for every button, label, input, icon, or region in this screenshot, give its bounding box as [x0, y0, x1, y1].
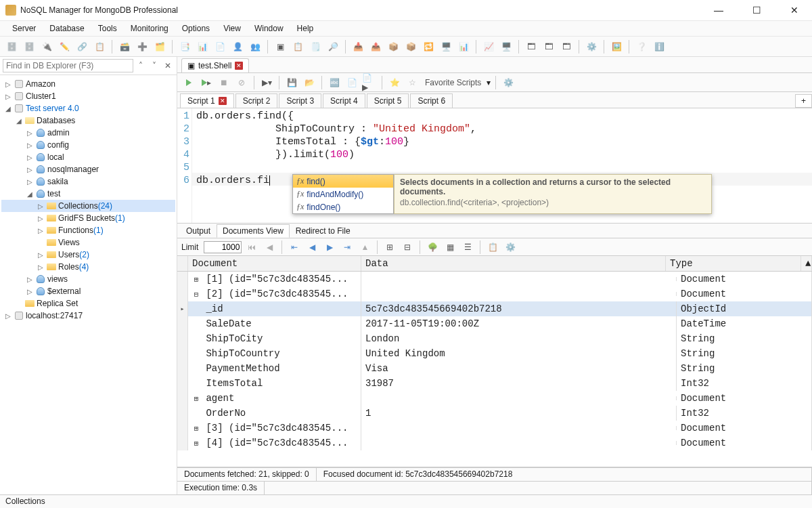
close-button[interactable]: ✕	[782, 5, 807, 16]
gear-icon[interactable]: ⚙️	[503, 240, 518, 255]
col-type[interactable]: Type	[666, 256, 801, 271]
tree-item[interactable]: ▷config	[1, 139, 175, 151]
expand-icon[interactable]: ⊞	[382, 240, 397, 255]
output-tab-output[interactable]: Output	[180, 224, 217, 238]
tb-icon[interactable]: 📊	[195, 39, 210, 54]
menu-monitoring[interactable]: Monitoring	[124, 22, 175, 35]
page-next-icon[interactable]: ▶	[322, 240, 337, 255]
nav-first-icon[interactable]: ⏮	[244, 240, 259, 255]
tb-icon[interactable]: 🗄️	[4, 39, 19, 54]
chevron-down-icon[interactable]: ▾	[487, 78, 491, 87]
nav-up-icon[interactable]: ▲	[357, 240, 372, 255]
tree-item[interactable]: ▷local	[1, 151, 175, 163]
tb-icon[interactable]: 📄	[212, 39, 227, 54]
tb-icon[interactable]: 🔌	[39, 39, 54, 54]
menu-tools[interactable]: Tools	[91, 22, 124, 35]
tb-icon[interactable]: 🗔	[524, 39, 539, 54]
script-icon[interactable]: 📄	[344, 75, 359, 90]
tb-icon[interactable]: 🗒️	[308, 39, 323, 54]
script-tab-2[interactable]: Script 2	[235, 93, 278, 108]
minimize-button[interactable]: —	[706, 5, 731, 16]
tb-shell-icon[interactable]: ▣	[273, 39, 288, 54]
page-last-icon[interactable]: ⇥	[340, 240, 355, 255]
tree-item[interactable]: ▷admin	[1, 127, 175, 139]
copy-icon[interactable]: 📋	[485, 240, 500, 255]
page-first-icon[interactable]: ⇤	[287, 240, 302, 255]
tree-item[interactable]: ▷localhost:27417	[1, 310, 175, 322]
tree-item[interactable]: ▷$external	[1, 285, 175, 297]
tb-icon[interactable]: 🔗	[74, 39, 89, 54]
star-icon[interactable]: ⭐	[387, 75, 402, 90]
menu-help[interactable]: Help	[290, 22, 321, 35]
run-sel-icon[interactable]: ▸	[199, 75, 214, 90]
table-row[interactable]: ⊟ [2] (id="5c7c3dc483545...Document	[177, 287, 812, 301]
tb-icon[interactable]: 📋	[92, 39, 107, 54]
tb-icon[interactable]: 🖥️	[438, 39, 453, 54]
favorite-scripts-label[interactable]: Favorite Scripts	[422, 78, 484, 87]
menu-options[interactable]: Options	[175, 22, 217, 35]
table-row[interactable]: SaleDate2017-11-05T19:00:00ZDateTime	[177, 316, 812, 331]
menu-server[interactable]: Server	[5, 22, 43, 35]
script-tab-5[interactable]: Script 5	[367, 93, 409, 108]
table-row[interactable]: PaymentMethodVisaString	[177, 361, 812, 376]
tb-icon[interactable]: 📋	[290, 39, 305, 54]
save-icon[interactable]: 💾	[284, 75, 299, 90]
tree-item[interactable]: ▷Users (2)	[1, 249, 175, 261]
tree-item[interactable]: ▷sakila	[1, 175, 175, 188]
view-table-icon[interactable]: ▦	[443, 240, 457, 255]
search-input[interactable]	[3, 59, 133, 72]
stop-icon[interactable]: ⏹	[217, 75, 231, 90]
tb-icon[interactable]: 📑	[177, 39, 192, 54]
tree-item[interactable]: ▷Amazon	[1, 78, 175, 90]
tb-icon[interactable]: 🗃️	[117, 39, 132, 54]
table-row[interactable]: ⊞ [1] (id="5c7c3dc483545...Document	[177, 272, 812, 287]
tree-item[interactable]: ▷GridFS Buckets (1)	[1, 212, 175, 224]
info-icon[interactable]: ℹ️	[652, 39, 667, 54]
help-icon[interactable]: ❔	[634, 39, 649, 54]
tb-icon[interactable]: 🗔	[541, 39, 556, 54]
tree-item[interactable]: ▷Cluster1	[1, 90, 175, 102]
autocomplete-item[interactable]: ƒxfindOne()	[293, 200, 393, 213]
tb-icon[interactable]: 📦	[386, 39, 401, 54]
grid-body[interactable]: ⊞ [1] (id="5c7c3dc483545...Document⊟ [2]…	[177, 272, 812, 467]
tree-item[interactable]: ◢Databases	[1, 114, 175, 127]
output-tab-redirect[interactable]: Redirect to File	[290, 224, 357, 238]
tb-icon[interactable]: 📈	[481, 39, 496, 54]
view-text-icon[interactable]: ☰	[460, 240, 475, 255]
tb-icon[interactable]: 🖥️	[499, 39, 514, 54]
tb-icon[interactable]: 📊	[456, 39, 471, 54]
tb-icon[interactable]: 🖼️	[609, 39, 624, 54]
view-tree-icon[interactable]: 🌳	[425, 240, 440, 255]
autocomplete-list[interactable]: ƒxfind() ƒxfindAndModify() ƒxfindOne()	[292, 174, 394, 214]
menu-view[interactable]: View	[217, 22, 248, 35]
tree-item[interactable]: ◢Test server 4.0	[1, 102, 175, 114]
table-row[interactable]: ⊞ agentDocument	[177, 391, 812, 406]
table-row[interactable]: OrderNo1Int32	[177, 406, 812, 421]
tb-icon[interactable]: 📤	[368, 39, 383, 54]
tree-item[interactable]: ◢test	[1, 188, 175, 200]
tree-item[interactable]: ▷Collections (24)	[1, 200, 175, 212]
db-tree[interactable]: ▷Amazon▷Cluster1◢Test server 4.0◢Databas…	[0, 75, 177, 494]
table-row[interactable]: ItemsTotal31987Int32	[177, 376, 812, 391]
search-next-icon[interactable]: ˅	[148, 60, 160, 72]
cancel-icon[interactable]: ⊘	[234, 75, 249, 90]
script-tab-4[interactable]: Script 4	[323, 93, 365, 108]
tb-icon[interactable]: 🗄️	[22, 39, 37, 54]
table-row[interactable]: ShipToCityLondonString	[177, 331, 812, 346]
maximize-button[interactable]: ☐	[744, 5, 769, 16]
gear-icon[interactable]: ⚙️	[501, 75, 516, 90]
col-data[interactable]: Data	[361, 256, 666, 271]
tb-icon[interactable]: 🗔	[559, 39, 574, 54]
collapse-icon[interactable]: ⊟	[400, 240, 415, 255]
tree-item[interactable]: ▷Functions (1)	[1, 224, 175, 236]
tab-shell[interactable]: ▣ test.Shell ✕	[181, 58, 249, 72]
tb-icon[interactable]: 🗂️	[152, 39, 167, 54]
tb-icon[interactable]: 👥	[248, 39, 263, 54]
table-row[interactable]: ShipToCountryUnited KingdomString	[177, 346, 812, 361]
page-prev-icon[interactable]: ◀	[304, 240, 319, 255]
close-icon[interactable]: ✕	[219, 97, 227, 105]
script-tab-3[interactable]: Script 3	[279, 93, 321, 108]
tree-item[interactable]: ▷nosqlmanager	[1, 163, 175, 175]
tb-icon[interactable]: 👤	[230, 39, 245, 54]
nav-prev-icon[interactable]: ◀	[262, 240, 277, 255]
